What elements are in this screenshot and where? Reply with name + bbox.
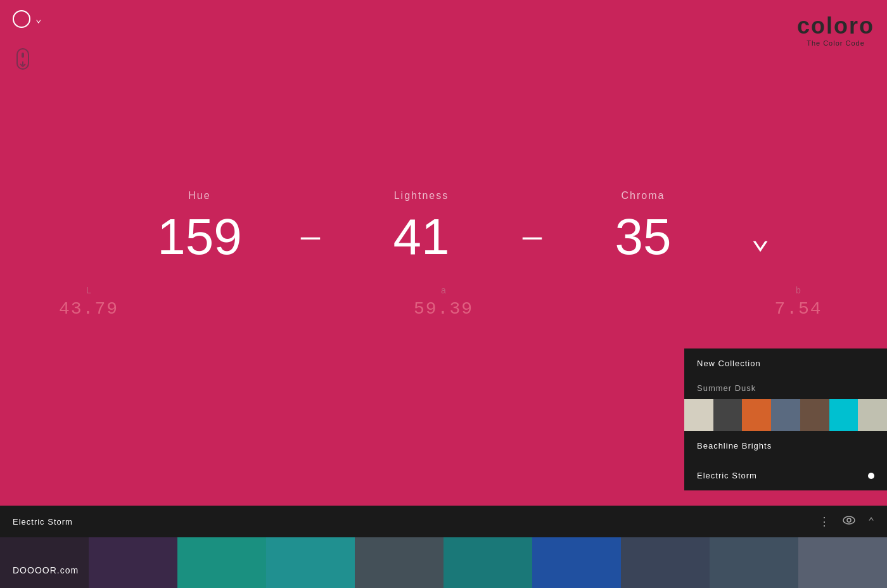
lab-b-group: b 7.54	[710, 285, 887, 319]
lightness-label: Lightness	[394, 190, 449, 201]
dropdown-arrow-icon[interactable]: ⌄	[35, 13, 42, 25]
lightness-value[interactable]: 41	[393, 208, 449, 266]
hue-label: Hue	[188, 190, 210, 201]
lab-b-label: b	[796, 285, 801, 295]
right-panel: New Collection Summer Dusk Beachline Bri…	[684, 348, 887, 490]
electric-storm-bar-label: Electric Storm	[13, 517, 806, 527]
color-mode-circle[interactable]	[13, 10, 30, 28]
more-options-icon[interactable]: ⋮	[819, 514, 830, 528]
bottom-color-bar	[0, 537, 887, 588]
lab-display: L 43.79 a 59.39 b 7.54	[0, 285, 887, 319]
swatch-5[interactable]	[355, 537, 444, 588]
sd-swatch-3[interactable]	[742, 399, 771, 431]
lab-b-value: 7.54	[774, 299, 822, 319]
electric-storm-panel-row[interactable]: Electric Storm	[684, 461, 887, 490]
new-collection-row[interactable]: New Collection	[684, 348, 887, 378]
lab-a-value: 59.39	[414, 299, 473, 319]
svg-point-5	[843, 516, 855, 524]
swatch-4[interactable]	[266, 537, 355, 588]
sd-swatch-4[interactable]	[771, 399, 800, 431]
summer-dusk-section: Summer Dusk	[684, 378, 887, 399]
swatch-6[interactable]	[444, 537, 532, 588]
collapse-chevron-icon[interactable]: ⌃	[868, 515, 874, 528]
swatch-1[interactable]	[0, 537, 89, 588]
summer-dusk-label: Summer Dusk	[697, 383, 874, 393]
hue-group: Hue 159	[105, 190, 295, 266]
doooor-label: DOOOOR.com	[13, 565, 79, 575]
active-indicator-dot	[868, 473, 874, 479]
separator-1: —	[295, 220, 326, 256]
chroma-label: Chroma	[622, 190, 665, 201]
top-bar: ⌄ coloro The Color Code	[0, 0, 887, 38]
sd-swatch-7[interactable]	[858, 399, 887, 431]
sd-swatch-2[interactable]	[713, 399, 743, 431]
brand-sub: The Color Code	[797, 39, 874, 47]
sd-swatch-6[interactable]	[829, 399, 858, 431]
swatch-8[interactable]	[621, 537, 710, 588]
beachline-row[interactable]: Beachline Brights	[684, 431, 887, 461]
electric-storm-panel-label: Electric Storm	[697, 471, 757, 480]
lab-l-group: L 43.79	[0, 285, 177, 319]
swatch-7[interactable]	[532, 537, 621, 588]
sd-swatch-1[interactable]	[684, 399, 713, 431]
separator-2: —	[516, 220, 548, 256]
brand-name: coloro	[797, 13, 874, 39]
hue-value[interactable]: 159	[157, 208, 241, 266]
svg-rect-1	[22, 53, 24, 58]
hlc-display: Hue 159 — Lightness 41 — Chroma 35 ⌄	[0, 190, 887, 266]
lab-l-label: L	[86, 285, 91, 295]
new-collection-label: New Collection	[697, 359, 761, 368]
chroma-value[interactable]: 35	[615, 208, 671, 266]
expand-chevron-icon[interactable]: ⌄	[738, 219, 782, 257]
lab-a-group: a 59.39	[355, 285, 532, 319]
lab-a-label: a	[441, 285, 446, 295]
eye-icon[interactable]	[843, 516, 855, 528]
lightness-group: Lightness 41	[326, 190, 516, 266]
sd-swatch-5[interactable]	[800, 399, 829, 431]
swatch-3[interactable]	[177, 537, 266, 588]
beachline-label: Beachline Brights	[697, 441, 772, 451]
swatch-2[interactable]	[89, 537, 177, 588]
electric-storm-bar: Electric Storm ⋮ ⌃	[0, 506, 887, 537]
logo-area: ⌄	[13, 10, 42, 28]
summer-dusk-swatches	[684, 399, 887, 431]
swatch-10[interactable]	[798, 537, 887, 588]
swatch-9[interactable]	[710, 537, 798, 588]
chroma-group: Chroma 35	[548, 190, 738, 266]
svg-point-6	[847, 518, 851, 522]
lab-l-value: 43.79	[59, 299, 118, 319]
mouse-scroll-icon	[16, 48, 30, 75]
coloro-logo: coloro The Color Code	[797, 13, 874, 47]
